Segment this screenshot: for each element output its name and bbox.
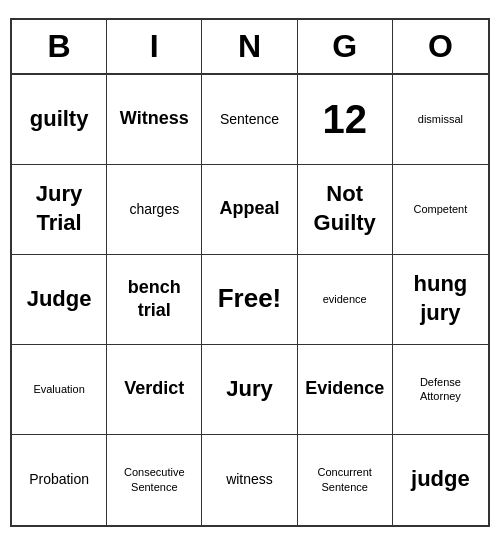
bingo-cell: Not Guilty — [298, 165, 393, 255]
bingo-cell: Verdict — [107, 345, 202, 435]
bingo-cell: witness — [202, 435, 297, 525]
bingo-cell: 12 — [298, 75, 393, 165]
bingo-cell: bench trial — [107, 255, 202, 345]
bingo-cell: Competent — [393, 165, 488, 255]
bingo-cell: Defense Attorney — [393, 345, 488, 435]
bingo-cell: Sentence — [202, 75, 297, 165]
header-letter: O — [393, 20, 488, 73]
header-letter: G — [298, 20, 393, 73]
bingo-cell: hung jury — [393, 255, 488, 345]
bingo-grid: guiltyWitnessSentence12dismissalJury Tri… — [12, 75, 488, 525]
bingo-cell: Jury Trial — [12, 165, 107, 255]
bingo-cell: guilty — [12, 75, 107, 165]
bingo-cell: Jury — [202, 345, 297, 435]
bingo-cell: Appeal — [202, 165, 297, 255]
bingo-cell: Concurrent Sentence — [298, 435, 393, 525]
bingo-card: BINGO guiltyWitnessSentence12dismissalJu… — [10, 18, 490, 527]
bingo-cell: Free! — [202, 255, 297, 345]
header-letter: N — [202, 20, 297, 73]
bingo-cell: Judge — [12, 255, 107, 345]
bingo-cell: Evidence — [298, 345, 393, 435]
header-letter: I — [107, 20, 202, 73]
bingo-cell: Consecutive Sentence — [107, 435, 202, 525]
bingo-cell: dismissal — [393, 75, 488, 165]
bingo-cell: judge — [393, 435, 488, 525]
bingo-cell: charges — [107, 165, 202, 255]
bingo-cell: Evaluation — [12, 345, 107, 435]
bingo-cell: evidence — [298, 255, 393, 345]
bingo-header: BINGO — [12, 20, 488, 75]
bingo-cell: Probation — [12, 435, 107, 525]
header-letter: B — [12, 20, 107, 73]
bingo-cell: Witness — [107, 75, 202, 165]
